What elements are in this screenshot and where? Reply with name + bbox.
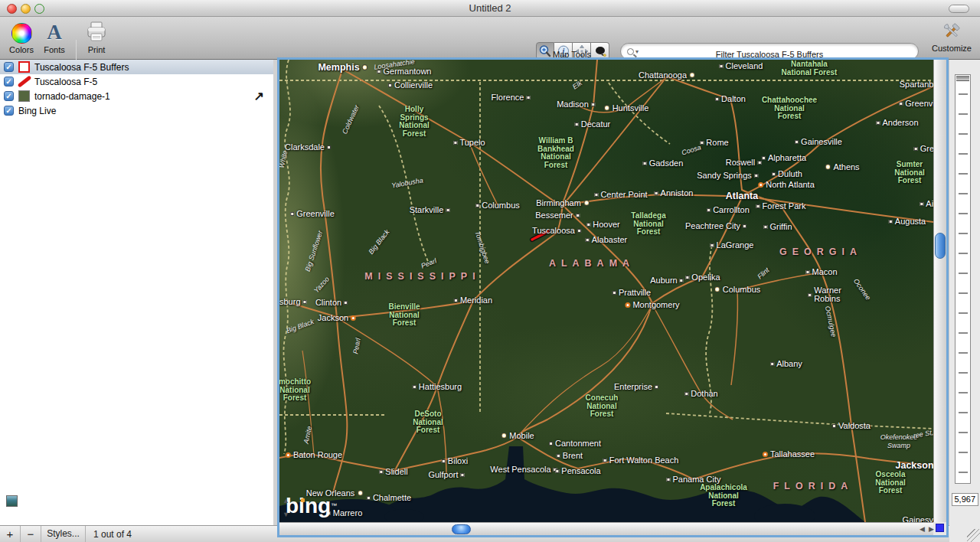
fonts-button[interactable]: A Fonts bbox=[38, 21, 70, 54]
map-city-label: Carrollton bbox=[707, 205, 750, 214]
city-dot-icon bbox=[501, 433, 507, 439]
map-forest-label: William BBankheadNationalForest bbox=[537, 137, 574, 169]
window-title: Untitled 2 bbox=[0, 2, 980, 14]
map-city-label: Baton Rouge bbox=[286, 450, 342, 459]
layer-label: Tuscaloosa F-5 bbox=[34, 77, 97, 87]
layer-checkbox[interactable]: ✓ bbox=[4, 62, 14, 72]
zoom-slider-thumb[interactable] bbox=[956, 76, 969, 81]
horizontal-scroll-thumb[interactable] bbox=[452, 524, 471, 534]
zoom-slider[interactable] bbox=[955, 74, 971, 484]
map-city-label: Fort Walton Beach bbox=[603, 455, 679, 465]
fonts-label: Fonts bbox=[38, 45, 70, 54]
vertical-scroll-thumb[interactable] bbox=[935, 233, 946, 259]
city-dot-icon bbox=[700, 141, 704, 145]
toolbar-toggle-button[interactable] bbox=[949, 5, 969, 13]
city-dot-icon bbox=[743, 224, 746, 228]
layer-checkbox[interactable]: ✓ bbox=[4, 106, 14, 116]
map-canvas[interactable]: MemphisGermantownColliervilleClarksdaleF… bbox=[279, 60, 933, 522]
city-dot-icon bbox=[442, 459, 446, 463]
map-forest-label: ApalachicolaNationalForest bbox=[700, 484, 747, 508]
window-resize-grip[interactable] bbox=[967, 529, 980, 542]
map-scale-value[interactable]: 5,967 bbox=[952, 493, 978, 506]
map-city-label: WarnerRobins bbox=[808, 286, 841, 303]
map-city-label: Chalmette bbox=[367, 493, 411, 502]
open-external-arrow-icon[interactable]: ↗ bbox=[254, 91, 264, 102]
city-dot-icon bbox=[772, 172, 776, 176]
map-city-label: Atlanta bbox=[726, 191, 758, 201]
colors-button[interactable]: Colors bbox=[5, 21, 38, 54]
city-dot-icon bbox=[594, 193, 598, 197]
add-layer-button[interactable]: + bbox=[0, 526, 21, 542]
city-dot-icon bbox=[899, 102, 903, 106]
city-dot-icon bbox=[758, 182, 763, 188]
city-dot-icon bbox=[876, 121, 880, 125]
city-dot-icon bbox=[603, 459, 607, 462]
zoom-panel: 5,967 bbox=[949, 60, 980, 542]
city-dot-icon bbox=[643, 162, 647, 165]
map-city-label: North Atlanta bbox=[758, 180, 815, 189]
customize-button[interactable]: Customize bbox=[928, 21, 975, 53]
layer-checkbox[interactable]: ✓ bbox=[4, 91, 14, 101]
map-state-label: MISSISSIPPI bbox=[364, 271, 480, 282]
city-dot-icon bbox=[763, 225, 767, 229]
map-city-label: Collierville bbox=[388, 80, 433, 90]
city-dot-icon bbox=[388, 83, 392, 87]
colors-label: Colors bbox=[5, 45, 38, 54]
map-river-label: White bbox=[279, 150, 289, 169]
toolbar: Colors A Fonts Print bbox=[0, 17, 980, 60]
map-labels: MemphisGermantownColliervilleClarksdaleF… bbox=[279, 60, 933, 522]
city-dot-icon bbox=[303, 300, 307, 304]
layer-row[interactable]: ✓Tuscaloosa F-5 Buffers bbox=[0, 60, 273, 74]
city-dot-icon bbox=[684, 392, 688, 396]
map-river-label: Pearl bbox=[420, 256, 437, 269]
city-dot-icon bbox=[756, 204, 760, 208]
map-forest-label: DeSotoNationalForest bbox=[413, 410, 443, 435]
city-dot-icon bbox=[720, 64, 724, 68]
city-dot-icon bbox=[710, 243, 714, 247]
layer-row[interactable]: ✓tornado-damage-1↗ bbox=[0, 89, 273, 103]
scroll-down-button[interactable]: ▼ bbox=[279, 508, 292, 521]
layer-list: ✓Tuscaloosa F-5 Buffers✓Tuscaloosa F-5✓t… bbox=[0, 60, 273, 525]
city-dot-icon bbox=[379, 470, 383, 474]
city-dot-icon bbox=[612, 291, 616, 295]
map-city-label: Jacksonv bbox=[896, 460, 933, 471]
map-city-label: Augusta bbox=[889, 217, 926, 226]
city-dot-icon bbox=[655, 385, 658, 389]
sidebar-divider[interactable] bbox=[273, 60, 277, 525]
map-city-label: Dothan bbox=[684, 389, 717, 398]
map-city-label: Cantonment bbox=[549, 439, 601, 448]
city-dot-icon bbox=[461, 473, 465, 477]
styles-button[interactable]: Styles... bbox=[41, 526, 86, 542]
city-dot-icon bbox=[762, 156, 766, 160]
city-dot-icon bbox=[808, 293, 812, 297]
map-city-label: Athens bbox=[825, 162, 859, 171]
city-dot-icon bbox=[575, 122, 579, 126]
map-city-label: Columbus bbox=[475, 201, 520, 210]
map-river-label: Swamp bbox=[887, 442, 910, 449]
layer-row[interactable]: ✓Bing Live bbox=[0, 103, 273, 118]
map-river-label: Coldwater bbox=[341, 104, 361, 136]
city-dot-icon bbox=[344, 301, 348, 305]
city-dot-icon bbox=[832, 424, 836, 428]
print-button[interactable]: Print bbox=[80, 21, 113, 54]
horizontal-scrollbar[interactable] bbox=[279, 522, 933, 535]
map-city-label: Panama City bbox=[667, 475, 721, 484]
city-dot-icon bbox=[889, 220, 893, 224]
map-city-label: Alabaster bbox=[586, 235, 627, 244]
remove-layer-button[interactable]: − bbox=[21, 526, 41, 542]
scroll-up-button[interactable]: ▲ bbox=[279, 494, 292, 508]
map-river-label: Big Black bbox=[368, 228, 391, 256]
city-dot-icon bbox=[286, 452, 291, 458]
title-bar: Untitled 2 bbox=[0, 0, 980, 17]
city-dot-icon bbox=[475, 204, 479, 207]
city-dot-icon bbox=[586, 223, 590, 227]
layer-row[interactable]: ✓Tuscaloosa F-5 bbox=[0, 74, 273, 89]
city-dot-icon bbox=[757, 161, 761, 165]
map-city-label: Clinton bbox=[315, 298, 348, 307]
city-dot-icon bbox=[707, 208, 710, 212]
layer-checkbox[interactable]: ✓ bbox=[4, 77, 14, 87]
map-city-label: Sandy Springs bbox=[697, 171, 758, 180]
vertical-scrollbar[interactable] bbox=[933, 60, 946, 522]
city-dot-icon bbox=[367, 496, 371, 500]
printer-icon bbox=[85, 21, 108, 44]
